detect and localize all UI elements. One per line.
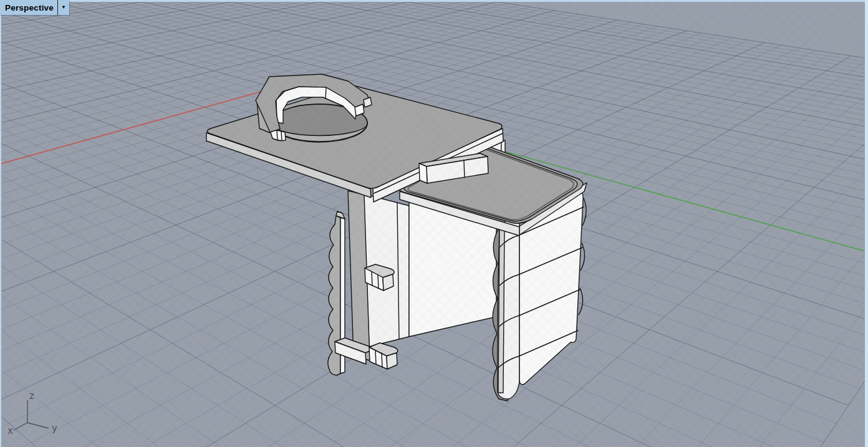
viewport-title-tab[interactable]: Perspective ▼: [0, 0, 69, 15]
viewport-title[interactable]: Perspective: [0, 3, 57, 12]
tab-end[interactable]: [419, 163, 427, 183]
foot-block-side[interactable]: [387, 353, 397, 369]
clip-arm-assembly[interactable]: [328, 191, 409, 375]
perspective-viewport[interactable]: Perspective ▼ z x y: [0, 0, 868, 447]
chevron-down-icon[interactable]: ▼: [58, 5, 69, 10]
cad-model[interactable]: [206, 74, 587, 401]
viewport-canvas[interactable]: [0, 0, 868, 447]
